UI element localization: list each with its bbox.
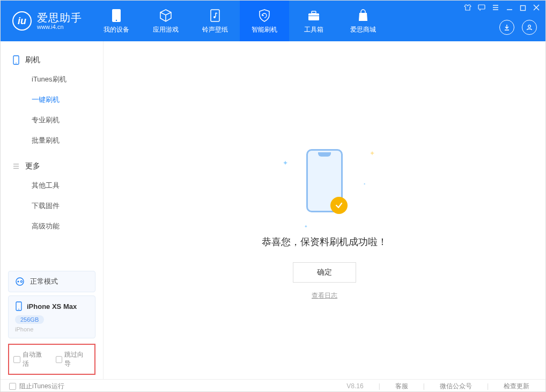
svg-rect-5 bbox=[312, 11, 316, 13]
skin-icon[interactable] bbox=[464, 4, 471, 13]
tab-ringtones[interactable]: 铃声壁纸 bbox=[190, 1, 240, 41]
svg-point-16 bbox=[18, 309, 19, 310]
svg-rect-7 bbox=[478, 5, 485, 9]
shopping-bag-icon bbox=[356, 8, 371, 23]
sidebar: 刷机 iTunes刷机 一键刷机 专业刷机 批量刷机 更多 其他工具 下载固件 … bbox=[1, 41, 104, 379]
device-mode-box[interactable]: 正常模式 bbox=[8, 271, 95, 292]
sidebar-item-advanced[interactable]: 高级功能 bbox=[1, 216, 103, 236]
tab-apps-games[interactable]: 应用游戏 bbox=[141, 1, 190, 41]
highlighted-options-row: 自动激活 跳过向导 bbox=[8, 344, 95, 375]
logo-icon: iu bbox=[12, 11, 32, 31]
checkbox-skip-guide[interactable]: 跳过向导 bbox=[56, 350, 91, 368]
svg-point-1 bbox=[116, 19, 117, 20]
success-illustration: ✦ ✦ ✦ • bbox=[292, 143, 357, 218]
menu-icon[interactable] bbox=[492, 4, 499, 13]
mode-icon bbox=[15, 277, 25, 286]
close-icon[interactable] bbox=[533, 4, 540, 13]
checkbox-auto-activate[interactable]: 自动激活 bbox=[13, 350, 48, 368]
checkbox-icon bbox=[56, 356, 63, 363]
list-icon bbox=[12, 162, 20, 170]
block-itunes-label[interactable]: 阻止iTunes运行 bbox=[19, 382, 64, 391]
device-mode-label: 正常模式 bbox=[30, 277, 58, 286]
sidebar-group-label: 更多 bbox=[25, 161, 40, 171]
sparkle-icon: ✦ bbox=[283, 159, 288, 167]
nav-tabs: 我的设备 应用游戏 铃声壁纸 智能刷机 工具箱 bbox=[92, 1, 388, 41]
sidebar-item-batch-flash[interactable]: 批量刷机 bbox=[1, 130, 103, 151]
account-button[interactable] bbox=[522, 20, 537, 35]
device-icon bbox=[109, 8, 124, 23]
sidebar-item-oneclick-flash[interactable]: 一键刷机 bbox=[1, 90, 103, 110]
tab-my-device[interactable]: 我的设备 bbox=[92, 1, 141, 41]
maximize-icon[interactable] bbox=[520, 4, 526, 13]
ok-button[interactable]: 确定 bbox=[293, 262, 356, 283]
tab-label: 我的设备 bbox=[104, 25, 129, 34]
logo-title: 爱思助手 bbox=[37, 12, 82, 24]
main-content: ✦ ✦ ✦ • 恭喜您，保资料刷机成功啦！ 确定 查看日志 bbox=[104, 41, 545, 379]
sidebar-item-download-firmware[interactable]: 下载固件 bbox=[1, 196, 103, 216]
download-button[interactable] bbox=[499, 20, 514, 35]
sidebar-item-other-tools[interactable]: 其他工具 bbox=[1, 175, 103, 196]
svg-rect-6 bbox=[308, 16, 319, 16]
svg-point-11 bbox=[16, 63, 17, 64]
support-link[interactable]: 客服 bbox=[388, 382, 416, 391]
device-name-label: iPhone XS Max bbox=[27, 302, 77, 310]
svg-rect-4 bbox=[308, 13, 319, 20]
checkbox-label: 跳过向导 bbox=[64, 350, 90, 368]
checkbox-label: 自动激活 bbox=[23, 350, 48, 368]
svg-rect-8 bbox=[521, 6, 526, 11]
device-storage-pill: 256GB bbox=[15, 315, 44, 324]
logo-subtitle: www.i4.cn bbox=[37, 24, 82, 30]
status-bar: 阻止iTunes运行 V8.16 | 客服 | 微信公众号 | 检查更新 bbox=[1, 379, 545, 392]
shield-refresh-icon bbox=[257, 8, 272, 23]
wechat-link[interactable]: 微信公众号 bbox=[432, 382, 479, 391]
minimize-icon[interactable] bbox=[506, 4, 513, 13]
window-controls bbox=[464, 4, 540, 13]
view-log-link[interactable]: 查看日志 bbox=[312, 291, 337, 300]
sparkle-icon: ✦ bbox=[370, 150, 375, 157]
toolbox-icon bbox=[306, 8, 321, 23]
device-type-label: iPhone bbox=[15, 326, 88, 332]
svg-rect-2 bbox=[211, 10, 219, 21]
sidebar-group-label: 刷机 bbox=[25, 55, 40, 65]
tab-toolbox[interactable]: 工具箱 bbox=[289, 1, 338, 41]
tab-label: 工具箱 bbox=[304, 25, 323, 34]
device-info-box[interactable]: iPhone XS Max 256GB iPhone bbox=[8, 295, 95, 338]
tab-label: 铃声壁纸 bbox=[202, 25, 228, 34]
phone-icon bbox=[12, 55, 20, 65]
app-header: iu 爱思助手 www.i4.cn 我的设备 应用游戏 铃声壁纸 bbox=[1, 1, 545, 41]
feedback-icon[interactable] bbox=[478, 4, 485, 13]
tab-label: 爱思商城 bbox=[350, 25, 376, 34]
phone-illustration-icon bbox=[306, 149, 343, 212]
version-label: V8.16 bbox=[339, 382, 371, 390]
sparkle-icon: • bbox=[364, 181, 365, 186]
tab-smart-flash[interactable]: 智能刷机 bbox=[240, 1, 289, 41]
check-badge-icon bbox=[330, 197, 348, 214]
svg-point-13 bbox=[17, 280, 19, 282]
check-update-link[interactable]: 检查更新 bbox=[496, 382, 537, 391]
sidebar-item-itunes-flash[interactable]: iTunes刷机 bbox=[1, 69, 103, 90]
checkbox-icon bbox=[13, 356, 20, 363]
sidebar-group-flash: 刷机 bbox=[1, 51, 103, 69]
cube-icon bbox=[158, 8, 173, 23]
svg-point-14 bbox=[20, 280, 22, 282]
tab-label: 应用游戏 bbox=[153, 25, 179, 34]
music-file-icon bbox=[208, 8, 223, 23]
tab-label: 智能刷机 bbox=[252, 25, 277, 34]
svg-point-3 bbox=[213, 16, 216, 18]
sidebar-group-more: 更多 bbox=[1, 157, 103, 175]
device-phone-icon bbox=[15, 301, 23, 311]
tab-store[interactable]: 爱思商城 bbox=[338, 1, 388, 41]
sidebar-item-pro-flash[interactable]: 专业刷机 bbox=[1, 110, 103, 130]
sparkle-icon: ✦ bbox=[304, 224, 308, 229]
svg-point-9 bbox=[528, 25, 531, 28]
checkbox-icon[interactable] bbox=[9, 383, 16, 390]
success-message: 恭喜您，保资料刷机成功啦！ bbox=[262, 235, 387, 248]
logo: iu 爱思助手 www.i4.cn bbox=[1, 1, 92, 41]
